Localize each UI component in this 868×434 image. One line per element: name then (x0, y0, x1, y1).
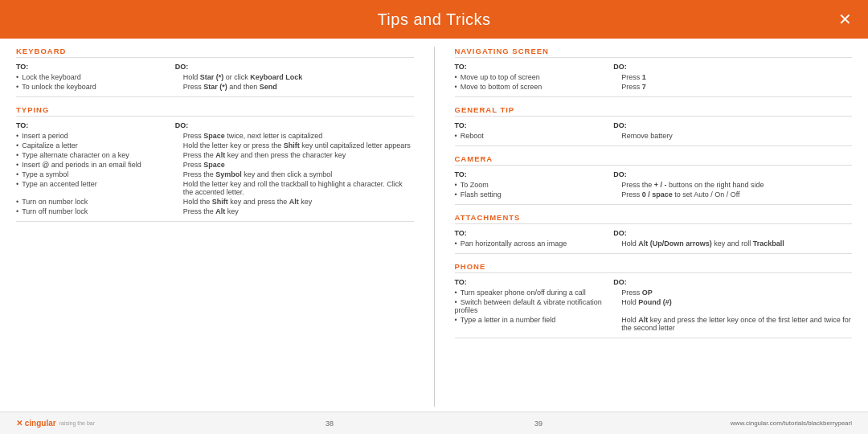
section-title-general_tip: GENERAL TIP (455, 105, 853, 117)
row-do: Press the Alt key and then press the cha… (183, 151, 414, 159)
table-row: •Pan horizontally across an imageHold Al… (455, 239, 853, 248)
section-attachments: ATTACHMENTSTO:DO:•Pan horizontally acros… (455, 213, 853, 254)
row-do: Hold the letter key and roll the trackba… (183, 180, 414, 196)
table-header-typing: TO:DO: (16, 120, 414, 131)
row-do: Press Space twice, next letter is capita… (183, 132, 414, 140)
section-typing: TYPINGTO:DO:•Insert a periodPress Space … (16, 105, 414, 222)
row-do: Hold Pound (#) (621, 298, 852, 306)
table-row: •Turn off number lockPress the Alt key (16, 207, 414, 216)
page-title: Tips and Tricks (377, 10, 490, 29)
row-do: Press the Symbol key and then click a sy… (183, 170, 414, 178)
row-to: •Capitalize a letter (16, 141, 183, 149)
table-row: •Type an accented letterHold the letter … (16, 179, 414, 197)
row-to: •Turn speaker phone on/off during a call (455, 289, 622, 297)
row-do: Press 0 / space to set Auto / On / Off (621, 190, 852, 199)
row-do: Press 7 (621, 83, 852, 91)
row-do: Hold Alt (Up/Down arrows) key and roll T… (621, 240, 852, 248)
table-row: •Turn on number lockHold the Shift key a… (16, 197, 414, 207)
row-do: Press Space (183, 161, 414, 169)
footer-page-right: 39 (434, 420, 643, 428)
header-logo-icon: ✕ (838, 10, 852, 29)
row-to: •Flash setting (455, 190, 622, 199)
row-do: Hold Alt key and press the letter key on… (621, 316, 852, 332)
section-title-typing: TYPING (16, 105, 414, 117)
row-do: Remove battery (621, 132, 852, 140)
row-do: Hold Star (*) or click Keyboard Lock (183, 73, 414, 81)
table-row: •Capitalize a letterHold the letter key … (16, 141, 414, 150)
table-row: •Type alternate character on a keyPress … (16, 150, 414, 160)
row-do: Press Star (*) and then Send (183, 83, 414, 91)
table-row: •Flash settingPress 0 / space to set Aut… (455, 190, 853, 199)
row-to: •Turn on number lock (16, 198, 183, 206)
table-row: •RebootRemove battery (455, 131, 853, 141)
section-camera: CAMERATO:DO:•To ZoomPress the + / - butt… (455, 154, 853, 205)
row-to: •Move to bottom of screen (455, 83, 622, 91)
row-do: Hold the Shift key and press the Alt key (183, 198, 414, 206)
table-row: •Type a symbolPress the Symbol key and t… (16, 170, 414, 179)
table-header-attachments: TO:DO: (455, 227, 853, 239)
section-title-camera: CAMERA (455, 154, 853, 166)
section-phone: PHONETO:DO:•Turn speaker phone on/off du… (455, 262, 853, 338)
row-to: •Type alternate character on a key (16, 151, 183, 159)
row-do: Press the Alt key (183, 207, 414, 215)
table-row: •Move up to top of screenPress 1 (455, 72, 853, 82)
footer-url: www.cingular.com/tutorials/blackberrypea… (643, 420, 852, 427)
row-to: •Insert @ and periods in an email field (16, 161, 183, 169)
table-row: •To unlock the keyboardPress Star (*) an… (16, 82, 414, 92)
row-to: •Type a symbol (16, 170, 183, 178)
section-title-navigating: NAVIGATING SCREEN (455, 47, 853, 58)
footer-tagline: raising the bar (59, 420, 95, 426)
table-row: •Switch between default & vibrate notifi… (455, 297, 853, 315)
section-title-attachments: ATTACHMENTS (455, 213, 853, 224)
row-do: Press 1 (621, 73, 852, 81)
table-row: •Move to bottom of screenPress 7 (455, 82, 853, 92)
row-to: •Switch between default & vibrate notifi… (455, 298, 622, 314)
table-row: •To ZoomPress the + / - buttons on the r… (455, 180, 853, 190)
section-keyboard: KEYBOARDTO:DO:•Lock the keyboardHold Sta… (16, 47, 414, 97)
row-to: •Lock the keyboard (16, 73, 183, 81)
cingular-logo: ✕ cingular (16, 419, 56, 428)
row-do: Press OP (621, 289, 852, 297)
header: Tips and Tricks ✕ (0, 0, 868, 39)
row-to: •Move up to top of screen (455, 73, 622, 81)
table-row: •Lock the keyboardHold Star (*) or click… (16, 72, 414, 82)
table-header-phone: TO:DO: (455, 276, 853, 288)
row-to: •Reboot (455, 132, 622, 140)
row-to: •Insert a period (16, 132, 183, 140)
section-title-keyboard: KEYBOARD (16, 47, 414, 58)
section-general_tip: GENERAL TIPTO:DO:•RebootRemove battery (455, 105, 853, 146)
footer-page-left: 38 (225, 420, 434, 428)
table-header-keyboard: TO:DO: (16, 61, 414, 72)
row-to: •Pan horizontally across an image (455, 240, 622, 248)
row-to: •Type an accented letter (16, 180, 183, 188)
footer: ✕ cingular raising the bar 38 39 www.cin… (0, 411, 868, 434)
section-navigating: NAVIGATING SCREENTO:DO:•Move up to top o… (455, 47, 853, 97)
table-row: •Type a letter in a number fieldHold Alt… (455, 315, 853, 333)
table-header-camera: TO:DO: (455, 169, 853, 180)
table-row: •Insert a periodPress Space twice, next … (16, 131, 414, 141)
row-do: Hold the letter key or press the Shift k… (183, 141, 414, 149)
row-to: •To Zoom (455, 181, 622, 189)
row-to: •To unlock the keyboard (16, 83, 183, 91)
section-title-phone: PHONE (455, 262, 853, 273)
table-header-general_tip: TO:DO: (455, 120, 853, 131)
row-to: •Type a letter in a number field (455, 316, 622, 324)
right-column: NAVIGATING SCREENTO:DO:•Move up to top o… (455, 47, 853, 407)
row-do: Press the + / - buttons on the right han… (621, 181, 852, 189)
table-header-navigating: TO:DO: (455, 61, 853, 72)
table-row: •Turn speaker phone on/off during a call… (455, 288, 853, 297)
row-to: •Turn off number lock (16, 207, 183, 215)
left-column: KEYBOARDTO:DO:•Lock the keyboardHold Sta… (16, 47, 414, 407)
table-row: •Insert @ and periods in an email fieldP… (16, 160, 414, 170)
